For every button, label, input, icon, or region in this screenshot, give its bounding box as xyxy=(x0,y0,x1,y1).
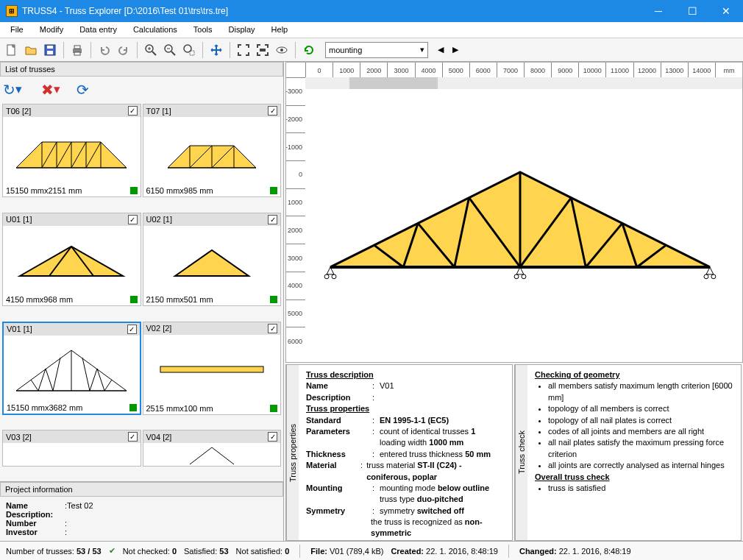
svg-marker-41 xyxy=(175,250,249,276)
truss-list[interactable]: T06 [2]✓ 15150 mmx2151 mm T07 [1]✓ 6150 … xyxy=(0,103,283,481)
svg-line-12 xyxy=(171,52,175,55)
separator xyxy=(202,42,203,58)
truss-list-toolbar: ↻▾ ✖▾ ⟳ xyxy=(0,77,283,103)
menu-tools[interactable]: Tools xyxy=(186,24,220,36)
checkbox-icon[interactable]: ✓ xyxy=(268,215,277,224)
status-square xyxy=(270,296,277,303)
next-button[interactable]: ▶ xyxy=(449,43,462,57)
truss-item-v03[interactable]: V03 [2]✓ xyxy=(2,430,141,467)
zoom-in-icon[interactable] xyxy=(142,41,160,59)
status-square xyxy=(270,405,277,412)
svg-point-73 xyxy=(711,274,716,279)
svg-line-45 xyxy=(31,380,38,391)
minimize-button[interactable]: ─ xyxy=(641,0,675,22)
zoom-window-icon[interactable] xyxy=(180,41,198,59)
toolbar: mounting ▾ ◀ ▶ xyxy=(0,38,743,62)
open-icon[interactable] xyxy=(22,41,40,59)
truss-check-tab[interactable]: Truss check xyxy=(515,365,527,540)
pan-icon[interactable] xyxy=(207,41,225,59)
undo-icon[interactable] xyxy=(96,41,113,59)
svg-rect-54 xyxy=(160,366,263,372)
print-icon[interactable] xyxy=(68,41,86,59)
svg-rect-2 xyxy=(47,51,53,54)
truss-name: T06 [2] xyxy=(6,107,31,116)
checkbox-icon[interactable]: ✓ xyxy=(268,324,277,333)
status-square xyxy=(270,187,277,194)
truss-list-title: List of trusses xyxy=(0,62,283,77)
status-square xyxy=(130,187,138,194)
svg-rect-16 xyxy=(260,49,266,52)
truss-item-u02[interactable]: U02 [1]✓ 2150 mmx501 mm xyxy=(143,213,282,306)
checkbox-icon[interactable]: ✓ xyxy=(128,106,138,116)
menu-data-entry[interactable]: Data entry xyxy=(72,24,124,36)
truss-name: V02 [2] xyxy=(146,324,172,333)
eye-icon[interactable] xyxy=(273,41,291,59)
svg-line-51 xyxy=(90,369,97,391)
truss-item-v01[interactable]: V01 [1]✓ 15150 mmx3682 mm xyxy=(2,322,141,415)
proj-number-label: Number xyxy=(6,519,65,528)
view-dropdown[interactable]: mounting ▾ xyxy=(325,42,428,58)
truss-name: U02 [1] xyxy=(146,215,172,224)
zoom-out-icon[interactable] xyxy=(161,41,179,59)
canvas-main[interactable] xyxy=(305,77,735,355)
chevron-down-icon: ▾ xyxy=(420,45,424,54)
delete-truss-icon[interactable]: ✖▾ xyxy=(41,81,60,99)
status-bar: Number of trusses: 53 / 53 ✔ Not checked… xyxy=(0,541,743,560)
status-square xyxy=(129,404,137,411)
truss-properties-panel: Truss properties Truss description Name:… xyxy=(285,364,513,541)
truss-dim: 6150 mmx985 mm xyxy=(146,186,213,195)
truss-dim: 2515 mmx100 mm xyxy=(146,404,213,413)
svg-line-53 xyxy=(104,380,112,391)
truss-item-t06[interactable]: T06 [2]✓ 15150 mmx2151 mm xyxy=(2,104,141,197)
svg-rect-3 xyxy=(47,46,53,49)
menu-file[interactable]: File xyxy=(3,24,31,36)
new-icon[interactable] xyxy=(3,41,21,59)
truss-item-u01[interactable]: U01 [1]✓ 4150 mmx968 mm xyxy=(2,213,141,306)
svg-line-47 xyxy=(46,369,53,391)
proj-desc-label: Description: xyxy=(6,510,65,519)
truss-dim: 2150 mmx501 mm xyxy=(146,295,213,304)
add-truss-icon[interactable]: ↻▾ xyxy=(3,81,22,99)
check-item: topology of all nail plates is correct xyxy=(548,415,733,426)
refresh-truss-icon[interactable]: ⟳ xyxy=(77,81,89,99)
refresh-icon[interactable] xyxy=(300,41,318,59)
menu-modify[interactable]: Modify xyxy=(32,24,71,36)
separator xyxy=(137,42,138,58)
separator xyxy=(295,42,296,58)
checkbox-icon[interactable]: ✓ xyxy=(128,432,138,442)
truss-item-t07[interactable]: T07 [1]✓ 6150 mmx985 mm xyxy=(143,104,282,197)
separator xyxy=(90,42,91,58)
menu-help[interactable]: Help xyxy=(264,24,296,36)
maximize-button[interactable]: ☐ xyxy=(675,0,709,22)
fit2-icon[interactable] xyxy=(254,41,271,59)
checkbox-icon[interactable]: ✓ xyxy=(128,215,138,224)
titlebar: ⊞ TRUSS4 - Truss Explorer [D:\2016\Test … xyxy=(0,0,743,22)
main-viewport[interactable]: 0100020003000400050006000700080009000100… xyxy=(285,62,743,363)
check-item: all joints are correctly analysed as int… xyxy=(548,460,733,471)
truss-dim: 15150 mmx3682 mm xyxy=(7,403,82,412)
truss-item-v04[interactable]: V04 [2]✓ xyxy=(143,430,282,467)
check-item: topology of all members is correct xyxy=(548,403,733,414)
truss-dim: 4150 mmx968 mm xyxy=(6,295,73,304)
project-info-title: Project information xyxy=(0,482,283,497)
prev-button[interactable]: ◀ xyxy=(434,43,447,57)
checkbox-icon[interactable]: ✓ xyxy=(127,325,137,334)
truss-properties-tab[interactable]: Truss properties xyxy=(286,365,299,540)
checkbox-icon[interactable]: ✓ xyxy=(268,432,277,442)
truss-item-v02[interactable]: V02 [2]✓ 2515 mmx100 mm xyxy=(143,322,282,415)
close-button[interactable]: ✕ xyxy=(709,0,743,22)
menu-calculations[interactable]: Calculations xyxy=(126,24,185,36)
separator xyxy=(63,42,64,58)
save-icon[interactable] xyxy=(41,41,59,59)
fit-icon[interactable] xyxy=(235,41,252,59)
truss-desc-heading: Truss description xyxy=(306,369,505,380)
svg-rect-5 xyxy=(74,46,80,49)
menubar: File Modify Data entry Calculations Tool… xyxy=(0,22,743,38)
truss-check-panel: Truss check Checking of geometry all mem… xyxy=(514,364,742,541)
check-item: all members satisfy maximum length crite… xyxy=(548,380,733,403)
truss-name: T07 [1] xyxy=(146,107,171,116)
redo-icon[interactable] xyxy=(115,41,132,59)
truss-name: V01 [1] xyxy=(7,325,32,333)
menu-display[interactable]: Display xyxy=(221,24,263,36)
checkbox-icon[interactable]: ✓ xyxy=(268,106,277,116)
